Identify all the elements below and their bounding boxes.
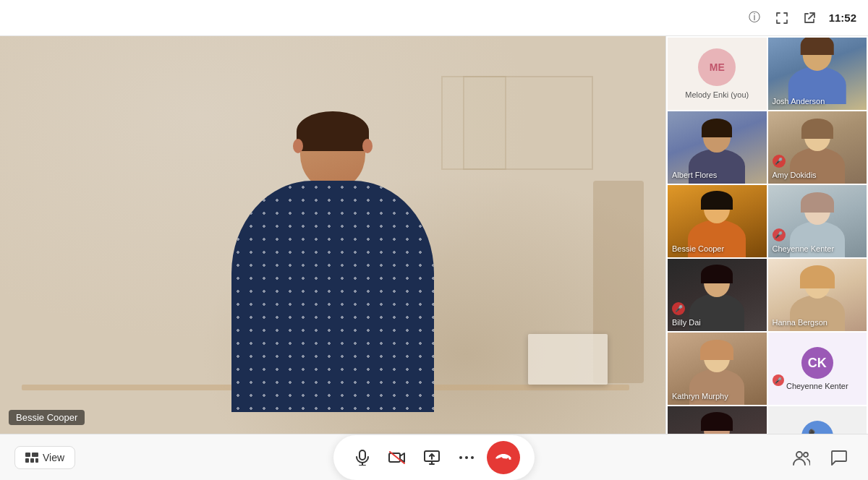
- participant-tile-albert[interactable]: Albert Flores: [668, 111, 767, 184]
- participant-tile-kasey[interactable]: Kasey George: [668, 406, 767, 434]
- self-avatar: ME: [698, 48, 736, 86]
- participant-tile-bessie[interactable]: Bessie Cooper: [668, 185, 767, 257]
- svg-rect-2: [25, 458, 29, 463]
- participant-name-hanna: Hanna Bergson: [773, 318, 863, 327]
- top-bar: ⓘ 11:52: [0, 0, 868, 36]
- participant-tile-billy[interactable]: 🎤 Billy Dai: [668, 259, 767, 331]
- svg-point-14: [796, 452, 802, 458]
- mute-badge-amy: 🎤: [773, 155, 786, 168]
- info-icon[interactable]: ⓘ: [746, 10, 762, 26]
- mic-button[interactable]: [348, 443, 377, 472]
- participant-tile-cheyenne[interactable]: 🎤 Cheyenne Kenter: [768, 185, 867, 257]
- phone-icon: 📞: [801, 421, 833, 434]
- svg-point-15: [804, 453, 808, 457]
- right-controls: [787, 443, 854, 472]
- svg-rect-5: [359, 450, 365, 460]
- participant-name-kathryn: Kathryn Murphy: [672, 392, 762, 400]
- svg-point-12: [465, 456, 468, 459]
- bottom-bar: View: [0, 434, 868, 480]
- participant-name-albert: Albert Flores: [672, 171, 762, 179]
- mute-badge-cheyenne: 🎤: [773, 228, 786, 241]
- view-button[interactable]: View: [14, 446, 75, 469]
- participant-name-billy: Billy Dai: [672, 318, 762, 327]
- participants-sidebar: ME Melody Enki (you) Josh Anderson: [665, 36, 868, 434]
- mute-icon-cheyenne2: 🎤: [773, 374, 784, 386]
- svg-point-13: [471, 456, 474, 459]
- participant-tile-josh[interactable]: Josh Anderson: [768, 38, 867, 110]
- chat-button[interactable]: [825, 443, 854, 472]
- more-button[interactable]: [452, 443, 481, 472]
- participant-name-cheyenne: Cheyenne Kenter: [773, 244, 863, 253]
- main-content: Bessie Cooper ME Melody Enki (you): [0, 36, 868, 434]
- avatar-cheyenne2: CK: [801, 347, 833, 379]
- svg-point-11: [459, 456, 462, 459]
- main-video-area: Bessie Cooper: [0, 36, 665, 434]
- main-speaker-figure: [231, 117, 434, 412]
- svg-rect-0: [25, 453, 30, 457]
- end-call-button[interactable]: [487, 441, 520, 474]
- self-name: Melody Enki (you): [685, 90, 749, 99]
- participant-tile-kathryn[interactable]: Kathryn Murphy: [668, 333, 767, 405]
- expand-icon[interactable]: [774, 10, 790, 26]
- mute-badge-billy: 🎤: [672, 302, 685, 315]
- participant-tile-amy[interactable]: 🎤 Amy Dokidis: [768, 111, 867, 184]
- participant-tile-phone[interactable]: 📞 (345) ·····5: [768, 406, 867, 434]
- external-link-icon[interactable]: [801, 10, 817, 26]
- svg-rect-3: [30, 458, 34, 463]
- speaker-label: Bessie Cooper: [9, 410, 85, 425]
- svg-rect-1: [32, 453, 38, 457]
- participant-grid: ME Melody Enki (you) Josh Anderson: [666, 36, 868, 434]
- tile-name-cheyenne2: Cheyenne Kenter: [786, 382, 848, 390]
- svg-rect-4: [35, 458, 38, 463]
- participant-name-amy: Amy Dokidis: [773, 171, 863, 179]
- svg-rect-8: [389, 453, 400, 462]
- participant-tile-hanna[interactable]: Hanna Bergson: [768, 259, 867, 331]
- screen-share-button[interactable]: [417, 443, 446, 472]
- controls-center: [333, 435, 535, 480]
- participant-tile-cheyenne2[interactable]: CK Cheyenne Kenter 🎤: [768, 333, 867, 405]
- camera-button[interactable]: [383, 443, 412, 472]
- view-label: View: [43, 452, 64, 463]
- participants-button[interactable]: [787, 443, 816, 472]
- clock: 11:52: [829, 12, 856, 24]
- main-video-bg: [0, 36, 665, 434]
- participant-name-josh: Josh Anderson: [773, 97, 863, 106]
- participant-tile-self[interactable]: ME Melody Enki (you): [668, 38, 767, 110]
- participant-name-bessie: Bessie Cooper: [672, 244, 762, 253]
